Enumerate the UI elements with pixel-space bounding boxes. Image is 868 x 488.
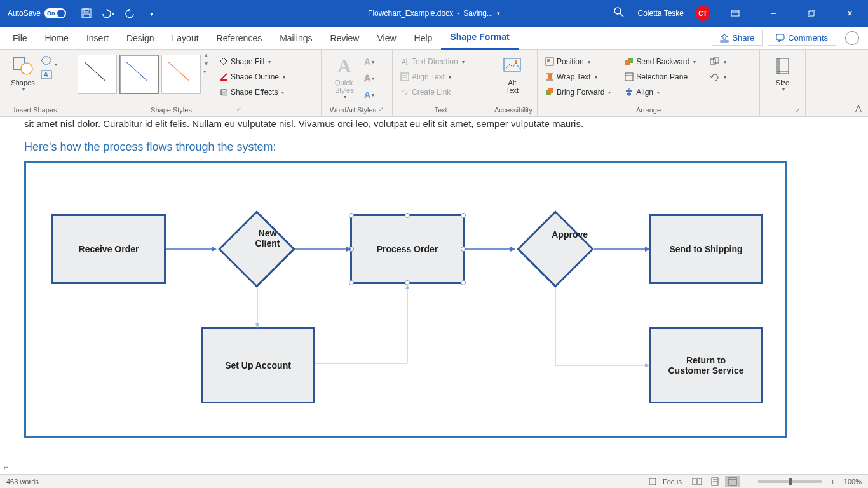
text-direction-button[interactable]: AText Direction▾ [398,55,467,69]
zoom-slider-thumb[interactable] [789,478,792,485]
web-layout-icon[interactable] [725,476,740,487]
position-button[interactable]: Position▾ [543,55,613,69]
focus-mode-button[interactable] [645,476,660,487]
shapes-icon [11,55,34,78]
text-effects-icon[interactable]: A▾ [362,88,376,102]
style-gallery-more-icon[interactable]: ▾ [203,69,209,75]
collapse-ribbon-icon[interactable]: ⋀ [855,104,862,112]
arrow-1[interactable] [166,246,217,252]
tab-design[interactable]: Design [118,27,163,50]
shape-fill-button[interactable]: Shape Fill▾ [217,55,288,69]
user-avatar[interactable]: CT [695,6,710,21]
close-button[interactable]: ✕ [836,0,863,27]
zoom-out-button[interactable]: − [743,478,752,485]
align-button[interactable]: Align▾ [622,85,698,99]
save-icon[interactable] [80,7,93,20]
alt-text-l2: Text [506,86,519,94]
zoom-slider[interactable] [758,480,822,483]
undo-icon[interactable]: ▾ [102,7,114,20]
minimize-button[interactable]: ─ [760,0,787,27]
focus-label: Focus [663,478,682,485]
shape-process-order[interactable]: Process Order [350,214,465,284]
shape-return-cs[interactable]: Return toCustomer Service [649,327,763,403]
shape-effects-button[interactable]: Shape Effects▾ [217,85,288,99]
size-button[interactable]: Size▾ [765,52,800,92]
size-launcher-icon[interactable]: ⤢ [795,107,800,114]
text-outline-icon[interactable]: A▾ [362,71,376,85]
svg-rect-32 [625,60,630,65]
shape-setup-account[interactable]: Set Up Account [201,327,315,403]
text-box-icon[interactable]: A [41,70,57,83]
shape-styles-launcher-icon[interactable]: ⤢ [236,106,241,114]
arrow-2[interactable] [295,246,351,252]
alt-text-l1: Alt [508,79,517,86]
tab-mailings[interactable]: Mailings [271,27,321,50]
svg-point-3 [614,8,621,14]
feedback-icon[interactable] [845,31,859,45]
svg-marker-54 [645,363,650,367]
group-objects-button[interactable]: ▾ [707,55,729,69]
align-label: Align [636,88,653,97]
search-icon[interactable] [614,7,627,20]
wordart-launcher-icon[interactable]: ⤢ [379,106,384,114]
arrow-3[interactable] [465,246,515,252]
selection-pane-button[interactable]: Selection Pane [622,70,698,84]
tab-insert[interactable]: Insert [78,27,118,50]
bring-forward-label: Bring Forward [557,88,604,97]
style-thumb-1[interactable] [78,55,117,94]
shape-approve[interactable]: Approve [517,210,594,288]
zoom-in-button[interactable]: + [828,478,837,485]
comments-button[interactable]: Comments [768,30,836,46]
wrap-text-button[interactable]: Wrap Text▾ [543,70,613,84]
maximize-button[interactable] [798,0,825,27]
shapes-button[interactable]: Shapes ▾ [5,52,41,92]
ribbon-display-icon[interactable] [722,0,749,27]
qat-more-icon[interactable]: ▾ [145,7,158,20]
read-mode-icon[interactable] [689,476,705,487]
svg-rect-1 [84,9,88,12]
text-fill-icon[interactable]: A▾ [362,55,376,69]
shape-new-client[interactable]: NewClient [218,210,295,288]
shape-send-shipping-label: Send to Shipping [669,244,742,254]
tab-help[interactable]: Help [405,27,442,50]
quick-styles-icon: A [333,55,356,78]
create-link-button[interactable]: Create Link [398,85,453,99]
tab-layout[interactable]: Layout [163,27,208,50]
tab-review[interactable]: Review [322,27,369,50]
bring-forward-button[interactable]: Bring Forward▾ [543,85,613,99]
tab-references[interactable]: References [208,27,271,50]
svg-rect-9 [721,41,728,42]
connector-approve-return[interactable] [553,288,650,369]
rotate-button[interactable]: ▾ [707,70,729,84]
svg-rect-36 [626,90,632,92]
svg-rect-30 [548,88,553,93]
svg-rect-56 [693,478,696,485]
share-button[interactable]: Share [712,30,763,46]
autosave-toggle[interactable]: On [44,8,66,18]
redo-icon[interactable] [123,7,136,20]
zoom-level[interactable]: 100% [844,478,862,485]
connector-newclient-down[interactable] [255,288,259,329]
alt-text-button[interactable]: Alt Text [494,52,530,94]
print-layout-icon[interactable] [707,476,722,487]
shape-receive-order[interactable]: Receive Order [51,214,166,284]
quick-styles-button[interactable]: A QuickStyles▾ [327,52,362,100]
tab-file[interactable]: File [4,27,36,50]
size-icon [771,55,794,78]
drawing-canvas[interactable]: Receive Order NewClient Process Order Ap… [24,161,787,438]
word-count[interactable]: 463 words [0,478,45,485]
shape-outline-button[interactable]: Shape Outline▾ [217,70,288,84]
tab-home[interactable]: Home [36,27,78,50]
edit-shape-icon[interactable]: ▾ [41,55,57,69]
arrow-4[interactable] [594,246,650,252]
shape-send-shipping[interactable]: Send to Shipping [649,214,763,284]
align-text-button[interactable]: Align Text▾ [398,70,454,84]
style-thumb-2[interactable] [119,55,159,94]
tab-view[interactable]: View [368,27,405,50]
connector-setup-process[interactable] [315,284,410,367]
style-gallery-up-icon[interactable]: ▲ [203,52,209,58]
style-thumb-3[interactable] [161,55,201,94]
tab-shape-format[interactable]: Shape Format [441,27,518,50]
send-backward-button[interactable]: Send Backward▾ [622,55,698,69]
style-gallery-down-icon[interactable]: ▼ [203,60,209,67]
